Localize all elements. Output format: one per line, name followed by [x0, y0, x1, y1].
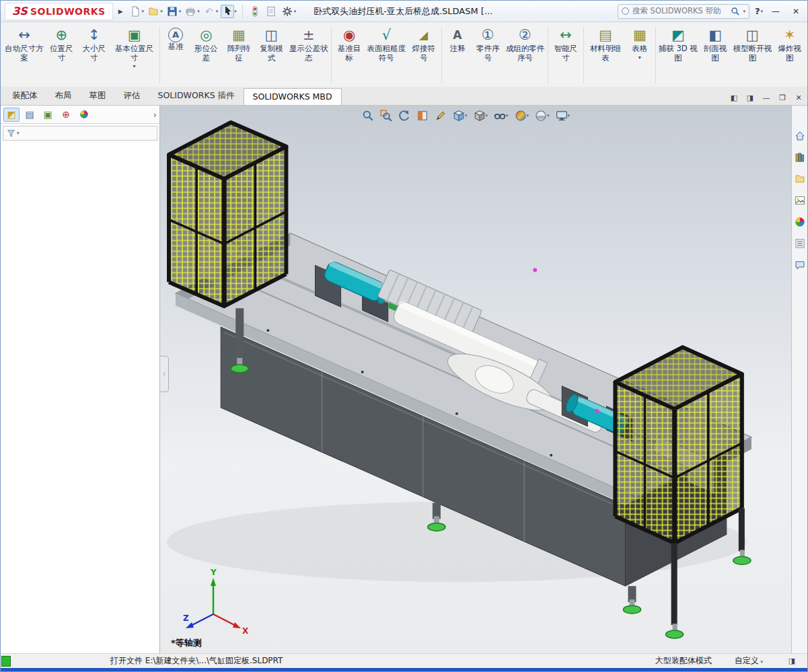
- help-search-box[interactable]: 搜索 SOLIDWORKS 帮助 ▾: [618, 4, 749, 19]
- titlebar: ЗS SOLIDWORKS ▶ ▾ ▾ ▾ ▾ ↶▾ ▾ ▾ 卧式双头油封压机-…: [1, 1, 807, 22]
- doc-minimize-icon[interactable]: —: [760, 94, 772, 102]
- rebuild-button[interactable]: [248, 5, 262, 18]
- hide-show-items-button[interactable]: ▾: [494, 110, 509, 122]
- dimxpertmanager-tab[interactable]: ⊕: [58, 108, 74, 122]
- ribbon-button-location-dimension[interactable]: ⊕位置尺寸: [45, 24, 78, 87]
- solidworks-logo[interactable]: ЗS SOLIDWORKS: [5, 3, 113, 20]
- tab-layout[interactable]: 布局: [46, 87, 81, 105]
- view-orientation-button[interactable]: ▾: [453, 110, 468, 122]
- tab-evaluate[interactable]: 评估: [115, 87, 149, 105]
- ribbon-button-auto-dimension-scheme[interactable]: ↔自动尺寸方案: [3, 24, 45, 87]
- custom-properties-button[interactable]: [794, 237, 806, 250]
- appearances-scenes-button[interactable]: [794, 216, 806, 228]
- show-left-pane-icon[interactable]: ◧: [728, 94, 740, 102]
- options-button[interactable]: ▾: [281, 5, 297, 18]
- ribbon-button-capture-3d-view[interactable]: ◩捕获 3D 视图: [657, 24, 699, 87]
- minimize-button[interactable]: —: [768, 5, 783, 18]
- button-label: 零件序号: [473, 44, 503, 63]
- configuration-manager-icon: ▣: [43, 109, 52, 120]
- ribbon-button-datum[interactable]: A基准: [161, 24, 190, 87]
- select-tool-button[interactable]: ▾: [221, 5, 237, 18]
- monitor-icon: [556, 110, 568, 122]
- ribbon-button-exploded-view[interactable]: ✶爆炸视图: [773, 24, 806, 87]
- dynamic-annotation-views-button[interactable]: [435, 110, 447, 122]
- 3d-model[interactable]: [160, 106, 791, 653]
- ribbon-button-weld-symbol[interactable]: ◢焊接符号: [407, 24, 440, 87]
- open-document-icon: [147, 5, 160, 18]
- doc-close-icon[interactable]: ✕: [793, 94, 805, 102]
- file-properties-button[interactable]: [264, 5, 278, 18]
- ribbon-button-surface-finish[interactable]: √表面粗糙度符号: [365, 24, 407, 87]
- undo-icon: ↶: [203, 5, 216, 18]
- ribbon-button-note[interactable]: A注释: [443, 24, 472, 87]
- zoom-to-area-button[interactable]: [380, 110, 392, 122]
- chevron-down-icon: ▾: [133, 63, 136, 69]
- note-icon: A: [453, 26, 462, 44]
- search-scope-icon[interactable]: [622, 7, 629, 15]
- doc-restore-icon[interactable]: ❐: [776, 94, 788, 102]
- ribbon-button-bill-of-materials[interactable]: ▤材料明细表: [585, 24, 626, 87]
- ribbon-button-auto-balloon[interactable]: ②成组的零件序号: [505, 24, 546, 87]
- section-view-icon: [416, 110, 429, 122]
- button-label: 位置尺寸: [46, 44, 77, 63]
- ribbon-button-model-break-view[interactable]: ◫模型断开视图: [731, 24, 773, 87]
- dimxpert-manager-icon: ⊕: [62, 109, 70, 120]
- menu-flyout-icon[interactable]: ▶: [118, 8, 123, 15]
- ribbon-button-geometric-tolerance[interactable]: ◎形位公差: [190, 24, 223, 87]
- ribbon-button-pattern-feature[interactable]: ▦阵列特征: [223, 24, 256, 87]
- left-safety-cage[interactable]: [169, 122, 286, 306]
- tab-solidworks-addins[interactable]: SOLIDWORKS 插件: [149, 87, 244, 105]
- new-document-button[interactable]: ▾: [128, 5, 145, 18]
- tab-sketch[interactable]: 草图: [81, 87, 115, 105]
- expand-panel-chevron[interactable]: ›: [153, 110, 157, 120]
- close-button[interactable]: ✕: [788, 5, 803, 18]
- search-placeholder: 搜索 SOLIDWORKS 帮助: [632, 6, 727, 16]
- ribbon-button-balloon[interactable]: ①零件序号: [472, 24, 505, 87]
- chevron-down-icon: ▾: [547, 113, 550, 118]
- search-icon[interactable]: [731, 7, 740, 16]
- display-style-button[interactable]: ▾: [474, 110, 488, 122]
- ribbon-button-tables[interactable]: ▦表格▾: [626, 24, 654, 87]
- panel-splitter-handle[interactable]: ⁞: [160, 356, 169, 392]
- section-view-button[interactable]: [416, 110, 429, 122]
- solidworks-resources-button[interactable]: [794, 130, 806, 142]
- custom-status-dropdown[interactable]: 自定义 ▾: [735, 655, 763, 667]
- chevron-down-icon[interactable]: ▾: [743, 9, 745, 14]
- file-explorer-button[interactable]: [794, 173, 806, 185]
- print-button[interactable]: ▾: [184, 5, 200, 18]
- help-button[interactable]: ?▾: [755, 6, 763, 16]
- button-label: 基本位置尺寸: [112, 44, 157, 63]
- apply-scene-button[interactable]: ▾: [535, 110, 550, 122]
- save-button[interactable]: ▾: [166, 5, 182, 18]
- view-palette-button[interactable]: [794, 194, 806, 207]
- ribbon-button-basic-location-dimension[interactable]: ▣基本位置尺寸▾: [110, 24, 158, 87]
- ribbon-button-size-dimension[interactable]: ↕大小尺寸: [78, 24, 111, 87]
- ribbon-button-copy-scheme[interactable]: ◫复制模式: [255, 24, 288, 87]
- home-icon: [795, 130, 805, 141]
- datum-target-icon: ◉: [343, 26, 355, 44]
- design-library-button[interactable]: [794, 151, 806, 163]
- ribbon-button-section-view[interactable]: ◧剖面视图: [699, 24, 732, 87]
- tree-filter-bar[interactable]: ▾: [3, 126, 157, 141]
- tab-solidworks-mbd[interactable]: SOLIDWORKS MBD: [244, 88, 342, 105]
- show-right-pane-icon[interactable]: ◨: [744, 94, 756, 102]
- undo-button[interactable]: ↶▾: [203, 5, 219, 18]
- previous-view-button[interactable]: [398, 110, 410, 122]
- ribbon-button-smart-dimension[interactable]: ↔智能尺寸: [550, 24, 583, 87]
- featuremanager-tab[interactable]: ◩: [3, 108, 20, 122]
- view-settings-button[interactable]: ▾: [556, 110, 571, 122]
- tab-assembly[interactable]: 装配体: [3, 87, 46, 105]
- solidworks-forum-button[interactable]: [794, 259, 806, 271]
- configurationmanager-tab[interactable]: ▣: [40, 108, 56, 122]
- displaymanager-tab[interactable]: [76, 108, 92, 122]
- feature-tree-area[interactable]: [1, 143, 159, 653]
- graphics-viewport[interactable]: ▾ ▾ ▾ ▾ ▾ ▾ ⁞ Y X Z *等轴测: [160, 106, 791, 653]
- zoom-to-fit-button[interactable]: [362, 110, 374, 122]
- open-document-button[interactable]: ▾: [147, 5, 163, 18]
- propertymanager-tab[interactable]: ▤: [22, 108, 38, 122]
- ribbon-button-show-tolerance-status[interactable]: ±显示公差状态: [288, 24, 330, 87]
- ribbon-button-datum-target[interactable]: ◉基准目标: [333, 24, 366, 87]
- edit-appearance-button[interactable]: ▾: [515, 110, 529, 122]
- chevron-down-icon: ▾: [486, 113, 488, 118]
- statusbar-pane-icon[interactable]: ◨: [786, 657, 798, 665]
